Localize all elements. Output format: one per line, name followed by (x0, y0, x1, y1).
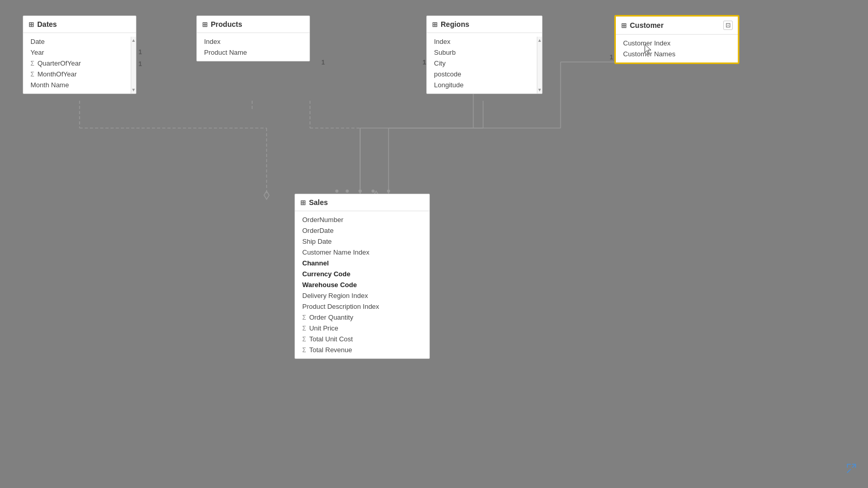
list-item[interactable]: Delivery Region Index (295, 290, 429, 301)
sales-unitprice-field: Unit Price (309, 324, 338, 332)
customer-index-field: Customer Index (623, 39, 671, 47)
sigma-icon: Σ (30, 60, 34, 67)
sales-orderdate-field: OrderDate (302, 227, 334, 234)
regions-table-title: Regions (441, 20, 469, 28)
list-item[interactable]: Currency Code (295, 269, 429, 279)
sales-table[interactable]: ⊞ Sales OrderNumber OrderDate Ship Date … (295, 194, 430, 359)
sigma-icon: Σ (30, 71, 34, 78)
list-item[interactable]: postcode (427, 69, 542, 80)
products-table-body: Index Product Name (197, 33, 309, 61)
regions-table[interactable]: ⊞ Regions Index Suburb City postcode Lon… (426, 15, 542, 94)
products-table-header: ⊞ Products (197, 16, 309, 33)
sales-channel-field: Channel (302, 259, 329, 267)
list-item[interactable]: Date (23, 36, 136, 47)
sales-deliveryregionindex-field: Delivery Region Index (302, 292, 368, 300)
list-item[interactable]: Index (427, 36, 542, 47)
regions-longitude-field: Longitude (434, 81, 463, 89)
sales-orderquantity-field: Order Quantity (309, 313, 353, 321)
list-item[interactable]: OrderNumber (295, 214, 429, 225)
customer-table[interactable]: ⊞ Customer ⊡ Customer Index Customer Nam… (615, 15, 739, 64)
products-table[interactable]: ⊞ Products Index Product Name (196, 15, 310, 61)
dates-table-header: ⊞ Dates (23, 16, 136, 33)
scroll-down-icon[interactable]: ▼ (131, 87, 136, 92)
sales-table-header: ⊞ Sales (295, 194, 429, 211)
dates-year-field: Year (30, 49, 44, 56)
sales-totalrevenue-field: Total Revenue (309, 346, 352, 354)
scroll-down-icon[interactable]: ▼ (537, 87, 542, 92)
sigma-icon: Σ (302, 336, 306, 343)
svg-point-10 (359, 190, 362, 193)
svg-point-22 (346, 190, 349, 193)
regions-city-field: City (434, 59, 445, 67)
list-item[interactable]: Ship Date (295, 236, 429, 247)
sales-productdescriptionindex-field: Product Description Index (302, 303, 379, 310)
list-item[interactable]: Σ QuarterOfYear (23, 58, 136, 69)
customer-table-body: Customer Index Customer Names (616, 35, 738, 62)
customer-table-icon: ⊞ (621, 22, 627, 29)
sigma-icon: Σ (302, 314, 306, 321)
svg-text:1: 1 (138, 60, 142, 68)
sales-table-icon: ⊞ (300, 199, 306, 207)
products-table-icon: ⊞ (202, 21, 208, 28)
list-item[interactable]: OrderDate (295, 225, 429, 236)
list-item[interactable]: Year (23, 47, 136, 58)
sales-totalunitcost-field: Total Unit Cost (309, 335, 353, 343)
svg-point-23 (359, 190, 362, 193)
sales-shipdate-field: Ship Date (302, 238, 332, 245)
regions-table-icon: ⊞ (432, 21, 438, 28)
regions-postcode-field: postcode (434, 70, 461, 78)
list-item[interactable]: Customer Names (616, 49, 738, 59)
sales-customernameindex-field: Customer Name Index (302, 248, 369, 256)
svg-text:1: 1 (138, 49, 142, 56)
sales-ordernumber-field: OrderNumber (302, 216, 343, 224)
products-productname-field: Product Name (204, 49, 247, 56)
customer-table-header: ⊞ Customer ⊡ (616, 17, 738, 35)
dates-monthname-field: Month Name (30, 81, 69, 89)
list-item[interactable]: Customer Name Index (295, 247, 429, 258)
svg-point-25 (387, 190, 390, 193)
list-item[interactable]: City (427, 58, 542, 69)
regions-table-body: Index Suburb City postcode Longitude (427, 33, 542, 93)
sales-currencycode-field: Currency Code (302, 270, 350, 278)
products-index-field: Index (204, 38, 221, 45)
sales-warehousecode-field: Warehouse Code (302, 281, 357, 289)
list-item[interactable]: Longitude (427, 80, 542, 90)
dates-table-title: Dates (37, 20, 57, 28)
list-item[interactable]: Index (197, 36, 309, 47)
dates-date-field: Date (30, 38, 44, 45)
regions-suburb-field: Suburb (434, 49, 456, 56)
svg-point-24 (371, 190, 375, 193)
dates-table[interactable]: ⊞ Dates Date Year Σ QuarterOfYear Σ Mont… (23, 15, 136, 94)
customer-table-title: Customer (630, 21, 663, 29)
scroll-up-icon[interactable]: ▲ (131, 38, 136, 43)
dates-monthofyear-field: MonthOfYear (37, 70, 76, 78)
list-item[interactable]: Σ Unit Price (295, 323, 429, 334)
products-table-title: Products (211, 20, 242, 28)
list-item[interactable]: Month Name (23, 80, 136, 90)
list-item[interactable]: Channel (295, 258, 429, 269)
list-item[interactable]: Product Name (197, 47, 309, 58)
customer-expand-icon[interactable]: ⊡ (723, 21, 733, 30)
svg-text:1: 1 (610, 54, 613, 61)
list-item[interactable]: Σ Order Quantity (295, 312, 429, 323)
dates-table-body: Date Year Σ QuarterOfYear Σ MonthOfYear … (23, 33, 136, 93)
regions-table-header: ⊞ Regions (427, 16, 542, 33)
scroll-up-icon[interactable]: ▲ (537, 38, 542, 43)
sales-table-body: OrderNumber OrderDate Ship Date Customer… (295, 211, 429, 358)
dates-table-icon: ⊞ (28, 21, 34, 28)
list-item[interactable]: Suburb (427, 47, 542, 58)
list-item[interactable]: Customer Index (616, 38, 738, 49)
list-item[interactable]: Σ Total Revenue (295, 344, 429, 355)
svg-text:1: 1 (321, 59, 325, 66)
regions-index-field: Index (434, 38, 451, 45)
svg-marker-3 (264, 191, 269, 199)
svg-text:1: 1 (423, 59, 426, 66)
sales-table-title: Sales (309, 198, 328, 207)
list-item[interactable]: Σ Total Unit Cost (295, 334, 429, 344)
list-item[interactable]: Product Description Index (295, 301, 429, 312)
corner-tool-icon[interactable] (845, 462, 858, 478)
svg-point-21 (335, 190, 338, 193)
list-item[interactable]: Σ MonthOfYear (23, 69, 136, 80)
list-item[interactable]: Warehouse Code (295, 279, 429, 290)
svg-text:1: 1 (423, 59, 426, 66)
